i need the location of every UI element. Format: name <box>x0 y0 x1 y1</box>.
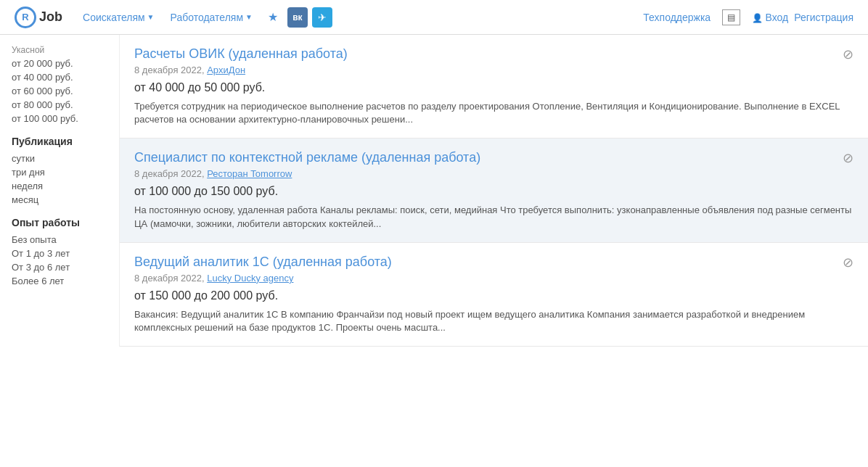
employers-dropdown-arrow: ▼ <box>245 13 253 21</box>
salary-heading: Укасной <box>12 45 107 55</box>
auth-links: Вход Регистрация <box>752 12 853 23</box>
job-card-1: ⊘ Расчеты ОВИК (удаленная работа) 8 дека… <box>120 35 868 139</box>
pub-day[interactable]: сутки <box>12 153 107 164</box>
header-right: Техподдержка ▤ Вход Регистрация <box>643 9 853 25</box>
exp-3-6[interactable]: От 3 до 6 лет <box>12 262 107 273</box>
salary-item-20k[interactable]: от 20 000 руб. <box>12 58 107 69</box>
job-company-2[interactable]: Ресторан Tomorrow <box>207 168 292 179</box>
nav-links: Соискателям ▼ Работодателям ▼ ★ вк ✈ <box>77 7 643 28</box>
pub-three-days[interactable]: три дня <box>12 167 107 178</box>
support-link[interactable]: Техподдержка <box>643 12 711 23</box>
job-meta-2: 8 декабря 2022, Ресторан Tomorrow <box>134 168 853 179</box>
job-title-3[interactable]: Ведущий аналитик 1С (удаленная работа) <box>134 255 853 270</box>
job-title-2[interactable]: Специалист по контекстной рекламе (удале… <box>134 150 853 165</box>
salary-item-100k[interactable]: от 100 000 руб. <box>12 113 107 124</box>
job-title-1[interactable]: Расчеты ОВИК (удаленная работа) <box>134 46 853 62</box>
logo-wordmark: Job <box>39 9 62 24</box>
exp-6plus[interactable]: Более 6 лет <box>12 276 107 286</box>
job-date-1: 8 декабря 2022, <box>134 65 205 75</box>
job-card-3: ⊘ Ведущий аналитик 1С (удаленная работа)… <box>120 243 868 347</box>
job-company-1[interactable]: АрхиДон <box>207 65 245 75</box>
telegram-icon[interactable]: ✈ <box>312 7 332 28</box>
job-description-2: На постоянную основу, удаленная работа К… <box>134 204 853 230</box>
job-company-3[interactable]: Lucky Ducky agency <box>207 273 293 284</box>
nav-seekers-label: Соискателям <box>83 12 145 23</box>
logo-link[interactable]: R Job <box>15 7 62 28</box>
vk-icon[interactable]: вк <box>287 7 308 28</box>
no-icon-2[interactable]: ⊘ <box>843 150 853 166</box>
job-salary-1: от 40 000 до 50 000 руб. <box>134 81 853 94</box>
register-link[interactable]: Регистрация <box>794 12 853 23</box>
exp-none[interactable]: Без опыта <box>12 234 107 245</box>
header: R Job Соискателям ▼ Работодателям ▼ ★ вк… <box>0 0 868 35</box>
salary-item-80k[interactable]: от 80 000 руб. <box>12 99 107 110</box>
job-description-3: Вакансия: Ведущий аналитик 1С В компанию… <box>134 308 853 334</box>
salary-item-60k[interactable]: от 60 000 руб. <box>12 86 107 96</box>
no-icon-3[interactable]: ⊘ <box>843 255 853 270</box>
job-salary-2: от 100 000 до 150 000 руб. <box>134 185 853 198</box>
pub-week[interactable]: неделя <box>12 181 107 191</box>
pub-month[interactable]: месяц <box>12 194 107 205</box>
job-salary-3: от 150 000 до 200 000 руб. <box>134 289 853 302</box>
jobs-container: ⊘ Расчеты ОВИК (удаленная работа) 8 дека… <box>120 35 868 347</box>
seekers-dropdown-arrow: ▼ <box>147 13 155 21</box>
job-card-2: ⊘ Специалист по контекстной рекламе (уда… <box>120 139 868 242</box>
logo-circle: R <box>15 7 36 28</box>
publication-section-title: Публикация <box>12 136 107 147</box>
job-description-1: Требуется сотрудник на периодическое вып… <box>134 100 853 126</box>
sidebar: Укасной от 20 000 руб. от 40 000 руб. от… <box>0 35 120 347</box>
experience-section-title: Опыт работы <box>12 217 107 228</box>
main-layout: Укасной от 20 000 руб. от 40 000 руб. от… <box>0 35 868 347</box>
logo-text: Job <box>39 9 62 25</box>
nav-seekers[interactable]: Соискателям ▼ <box>77 9 160 26</box>
job-date-2: 8 декабря 2022, <box>134 168 205 179</box>
job-meta-1: 8 декабря 2022, АрхиДон <box>134 65 853 75</box>
logo-letter: R <box>22 12 28 22</box>
login-link[interactable]: Вход <box>752 12 788 23</box>
news-icon[interactable]: ▤ <box>722 9 740 25</box>
nav-employers[interactable]: Работодателям ▼ <box>165 9 258 26</box>
favorites-star-icon[interactable]: ★ <box>263 7 283 28</box>
job-date-3: 8 декабря 2022, <box>134 273 205 284</box>
salary-item-40k[interactable]: от 40 000 руб. <box>12 72 107 83</box>
nav-employers-label: Работодателям <box>171 12 244 23</box>
exp-1-3[interactable]: От 1 до 3 лет <box>12 248 107 259</box>
job-meta-3: 8 декабря 2022, Lucky Ducky agency <box>134 273 853 284</box>
no-icon-1[interactable]: ⊘ <box>843 46 853 62</box>
